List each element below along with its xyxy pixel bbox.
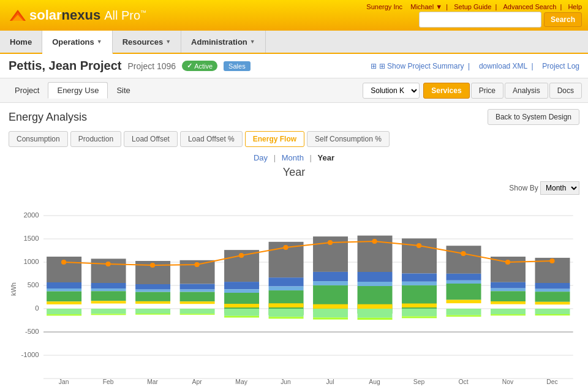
badge-sales: Sales [224, 61, 251, 71]
svg-rect-84 [402, 274, 437, 282]
project-links: ⊞ Show Project Summary | download XML | … [366, 62, 579, 70]
svg-text:500: 500 [28, 281, 39, 288]
project-title: Pettis, Jean Project [9, 59, 122, 73]
nav-administration[interactable]: Administration ▼ [181, 31, 266, 53]
svg-rect-71 [313, 304, 348, 309]
svg-rect-49 [180, 314, 215, 315]
bar-aug: Aug [358, 236, 393, 385]
svg-rect-65 [269, 317, 304, 318]
bar-mar: Mar [135, 261, 170, 385]
bar-apr: Apr [180, 260, 215, 385]
svg-rect-32 [91, 309, 126, 314]
nav-operations[interactable]: Operations ▼ [42, 31, 113, 54]
tab-docs[interactable]: Docs [549, 83, 582, 99]
show-project-summary-link[interactable]: ⊞ Show Project Summary [371, 62, 464, 70]
svg-rect-60 [269, 277, 304, 286]
svg-rect-37 [135, 290, 170, 292]
svg-rect-52 [224, 282, 259, 289]
svg-rect-108 [535, 283, 570, 289]
svg-rect-47 [180, 301, 215, 304]
tab-site[interactable]: Site [108, 83, 138, 98]
bar-oct: Oct [447, 246, 481, 385]
dot-jun [283, 245, 288, 250]
nav-home[interactable]: Home [0, 31, 42, 53]
svg-rect-113 [535, 314, 570, 315]
svg-rect-45 [180, 290, 215, 292]
svg-rect-46 [180, 292, 215, 302]
svg-rect-55 [224, 304, 259, 307]
dot-may [239, 253, 244, 258]
svg-text:2000: 2000 [23, 211, 39, 219]
sub-tabs: Consumption Production Load Offset Load … [9, 131, 579, 147]
tab-project[interactable]: Project [6, 83, 48, 98]
project-log-link[interactable]: Project Log [542, 62, 579, 70]
svg-rect-101 [491, 288, 526, 292]
nav-administration-arrow: ▼ [250, 39, 255, 45]
period-year[interactable]: Year [318, 153, 334, 162]
sub-tab-energy-flow[interactable]: Energy Flow [245, 131, 304, 147]
sub-tab-load-offset[interactable]: Load Offset [124, 131, 178, 147]
sub-tab-load-offset-pct[interactable]: Load Offset % [180, 131, 243, 147]
logo-allpro: All Pro™ [104, 9, 146, 23]
svg-rect-88 [402, 309, 437, 317]
dot-jul [328, 240, 333, 245]
advanced-search-link[interactable]: Advanced Search [503, 3, 556, 10]
download-xml-link[interactable]: download XML [479, 62, 527, 70]
tab-services[interactable]: Services [423, 83, 469, 99]
bar-nov: Nov [491, 257, 526, 385]
search-input[interactable] [419, 12, 541, 28]
svg-rect-112 [535, 309, 570, 314]
svg-rect-89 [402, 317, 437, 318]
bar-dec: Dec [535, 258, 570, 385]
period-selector: Day | Month | Year [9, 153, 579, 162]
svg-rect-48 [180, 309, 215, 314]
show-by-select[interactable]: Month Week Day [540, 181, 579, 195]
svg-text:Jul: Jul [326, 379, 334, 385]
back-to-system-design-button[interactable]: Back to System Design [488, 109, 579, 125]
svg-rect-29 [91, 288, 126, 291]
svg-rect-41 [135, 314, 170, 315]
nav-operations-arrow: ▼ [97, 39, 102, 45]
solution-select[interactable]: Solution K Solution A Solution B [363, 83, 420, 99]
svg-rect-103 [491, 301, 526, 304]
svg-rect-33 [91, 314, 126, 315]
tab-energy-use[interactable]: Energy Use [48, 82, 108, 99]
svg-rect-23 [47, 301, 81, 304]
tab-price[interactable]: Price [471, 83, 503, 99]
dot-aug [372, 239, 377, 244]
sub-tab-production[interactable]: Production [70, 131, 121, 147]
dot-jan [61, 260, 66, 265]
svg-text:1000: 1000 [23, 258, 39, 265]
search-button[interactable]: Search [544, 12, 582, 27]
svg-rect-22 [47, 292, 81, 302]
svg-text:1500: 1500 [23, 235, 39, 242]
period-day[interactable]: Day [254, 153, 268, 162]
header: solarnexus All Pro™ Sunergy Inc Michael … [0, 0, 588, 31]
svg-rect-44 [180, 284, 215, 290]
project-id: Project 1096 [128, 61, 176, 71]
chart-svg: 2000 1500 1000 500 0 -500 -1000 kWh [9, 197, 579, 387]
project-header: Pettis, Jean Project Project 1096 Active… [0, 54, 588, 78]
svg-rect-92 [447, 274, 481, 281]
svg-rect-73 [313, 317, 348, 319]
user-name-link[interactable]: Michael ▼ [410, 3, 442, 10]
sub-tab-consumption[interactable]: Consumption [9, 131, 68, 147]
content-header: Energy Analysis Back to System Design [9, 109, 579, 125]
svg-rect-77 [358, 282, 393, 286]
svg-text:kWh: kWh [10, 282, 17, 296]
svg-rect-38 [135, 292, 170, 301]
svg-rect-36 [135, 284, 170, 290]
tab-analysis[interactable]: Analysis [505, 83, 548, 99]
svg-text:Dec: Dec [546, 379, 557, 385]
period-month[interactable]: Month [282, 153, 304, 162]
sub-tab-self-consumption-pct[interactable]: Self Consumption % [307, 131, 390, 147]
svg-rect-87 [402, 304, 437, 308]
help-link[interactable]: Help [568, 3, 582, 10]
setup-guide-link[interactable]: Setup Guide [454, 3, 491, 10]
chart-title: Year [9, 166, 579, 179]
bar-sep: Sep [402, 238, 437, 385]
svg-text:Mar: Mar [147, 379, 158, 385]
svg-text:Nov: Nov [502, 379, 514, 385]
period-sep-2: | [310, 153, 312, 162]
nav-resources[interactable]: Resources ▼ [113, 31, 181, 53]
